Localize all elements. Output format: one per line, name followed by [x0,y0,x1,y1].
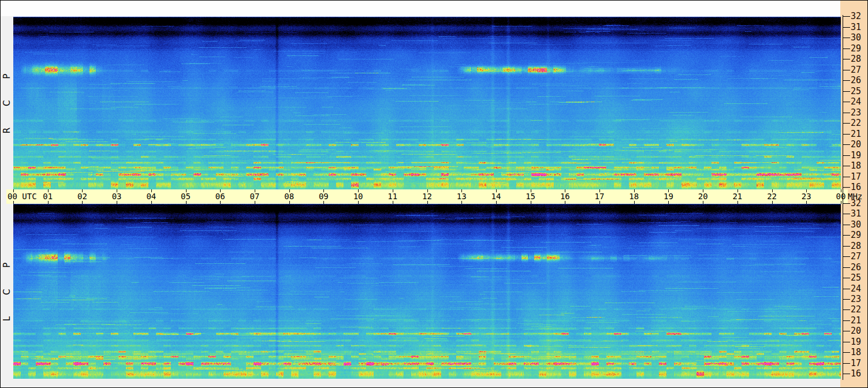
hour-label: 07 [250,189,260,204]
freq-tick [843,289,850,289]
freq-tick-label: 16 [851,368,867,379]
freq-tick-label: 20 [851,139,867,150]
freq-tick [843,134,850,135]
freq-tick [843,246,850,247]
freq-tick-label: 25 [851,273,867,283]
freq-tick [843,16,850,17]
freq-tick-label: 29 [851,230,867,240]
freq-tick [843,267,850,268]
freq-tick [843,309,850,310]
hour-label: 20 [698,189,708,204]
hour-label: 03 [112,189,122,204]
freq-tick [843,113,850,113]
freq-tick [843,48,850,49]
freq-tick-label: 22 [851,118,867,128]
freq-tick [843,91,850,92]
freq-tick-label: 26 [851,75,867,85]
freq-tick-label: 31 [851,22,867,32]
freq-tick-label: 27 [851,65,867,75]
freq-tick-label: 25 [851,86,867,96]
freq-tick [843,299,850,300]
freq-tick-label: 18 [851,347,867,357]
freq-tick-label: 16 [851,182,867,192]
freq-tick [843,187,850,188]
freq-tick-label: 31 [851,208,867,219]
freq-tick [843,70,850,70]
freq-tick-label: 24 [851,96,867,107]
freq-tick [843,225,850,225]
spectrogram-rcp [13,17,841,189]
hour-label: 21 [732,189,742,204]
hour-label: 12 [422,189,432,204]
hour-label: 18 [629,189,639,204]
hour-label: 23 [802,189,811,204]
freq-tick-label: 28 [851,241,867,251]
freq-tick-label: 24 [851,283,867,294]
freq-tick [843,363,850,364]
spectrogram-page: AJ4CO Observatory 16 Jul 2015 - DPS on T… [0,0,868,388]
freq-tick [843,27,850,28]
freq-tick-label: 17 [851,358,867,368]
freq-tick [843,177,850,177]
title-bar: AJ4CO Observatory 16 Jul 2015 - DPS on T… [1,1,843,16]
freq-tick [843,123,850,124]
rcp-label-box: R C P [1,17,13,189]
freq-tick-label: 30 [851,219,867,230]
hour-label: 13 [457,189,467,204]
freq-tick-label: 21 [851,129,867,139]
freq-tick-label: 28 [851,54,867,64]
freq-tick [843,102,850,102]
hour-label: 14 [491,189,501,204]
freq-tick-label: 22 [851,304,867,315]
hour-label: 17 [595,189,605,204]
hour-label: 10 [353,189,363,204]
freq-tick [843,320,850,321]
rcp-panel-label: R C P [2,73,12,133]
freq-tick-label: 32 [851,198,867,208]
time-end-label: 00 [836,189,846,204]
freq-tick-label: 18 [851,161,867,171]
freq-tick [843,374,850,374]
hour-label: 11 [388,189,397,204]
freq-tick [843,352,850,353]
hour-label: 09 [319,189,329,204]
freq-tick-label: 19 [851,337,867,347]
freq-tick [843,38,850,38]
hour-label: 04 [146,189,156,204]
freq-tick [843,166,850,166]
freq-tick [843,278,850,278]
freq-tick-label: 26 [851,262,867,273]
hour-label: 06 [215,189,225,204]
freq-tick [843,59,850,59]
spectrogram-lcp [13,204,841,379]
lcp-panel-label: L C P [2,262,12,320]
freq-tick-label: 21 [851,315,867,326]
freq-tick-label: 20 [851,326,867,336]
hour-label: 05 [181,189,191,204]
freq-tick-label: 23 [851,107,867,118]
freq-tick [843,342,850,342]
freq-tick-label: 30 [851,32,867,43]
freq-tick-label: 27 [851,251,867,262]
hour-label: 22 [767,189,777,204]
freq-tick [843,235,850,236]
hour-label: 01 [43,189,53,204]
hour-label: 16 [560,189,570,204]
freq-tick [843,331,850,331]
freq-tick [843,80,850,81]
hour-label: 19 [664,189,673,204]
time-start-label: 00 UTC [8,189,37,204]
hour-label: 15 [526,189,535,204]
freq-tick [843,144,850,145]
freq-tick-label: 29 [851,43,867,54]
hour-label: 02 [77,189,87,204]
hour-label: 08 [284,189,294,204]
freq-tick-label: 23 [851,294,867,304]
lcp-label-box: L C P [1,204,13,379]
freq-tick [843,155,850,156]
freq-tick-label: 19 [851,150,867,161]
freq-tick-label: 32 [851,11,867,21]
freq-tick-label: 17 [851,171,867,182]
freq-tick [843,256,850,257]
freq-tick [843,214,850,214]
